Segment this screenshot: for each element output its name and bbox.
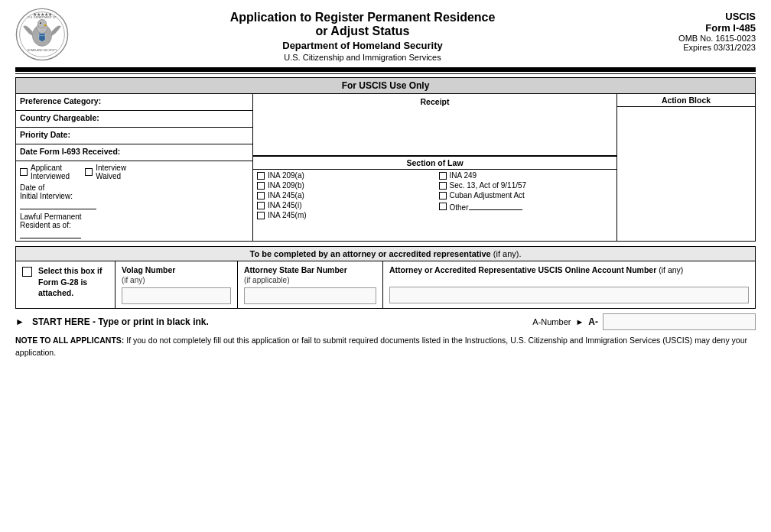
ina249-checkbox[interactable] [439, 172, 447, 180]
ina209b-checkbox[interactable] [257, 182, 265, 190]
uscis-right-col: Action Block [617, 94, 755, 241]
ina245a-label: INA 245(a) [268, 191, 304, 200]
section-of-law: Section of Law INA 209(a) INA 209(b) [253, 156, 616, 222]
applicant-interviewed-checkbox[interactable] [20, 168, 28, 176]
uscis-label: USCIS [649, 11, 756, 22]
uscis-section-header: For USCIS Use Only [16, 78, 755, 94]
sol-header: Section of Law [253, 157, 616, 170]
agency-name: U.S. Citizenship and Immigration Service… [76, 53, 649, 62]
sol-item-ina245m: INA 245(m) [257, 211, 431, 219]
initial-interview-field[interactable] [20, 200, 96, 209]
note-bold: NOTE TO ALL APPLICANTS: [15, 336, 124, 345]
start-here-text: START HERE - Type or print in black ink. [32, 316, 209, 327]
attorney-col-checkbox: Select this box if Form G-28 is attached… [16, 261, 115, 308]
applicant-interviewed-label: ApplicantInterviewed [31, 164, 70, 180]
form-g28-checkbox[interactable] [22, 267, 32, 277]
ina245i-checkbox[interactable] [257, 202, 265, 209]
ina249-label: INA 249 [450, 171, 477, 180]
a-number-label: A-Number [532, 317, 571, 326]
account-label: Attorney or Accredited Representative US… [389, 265, 749, 274]
sol-item-cuban: Cuban Adjustment Act [439, 191, 613, 200]
start-arrow-icon: ► [15, 316, 24, 327]
sol-item-ina245a: INA 245(a) [257, 191, 431, 200]
svg-point-6 [37, 19, 46, 28]
ina245i-label: INA 245(i) [268, 201, 301, 209]
sol-left-col: INA 209(a) INA 209(b) INA 245(a) IN [257, 171, 431, 221]
uscis-mid-col: Receipt Section of Law INA 209(a) INA 20… [253, 94, 617, 241]
uscis-use-only-section: For USCIS Use Only Preference Category: … [15, 77, 756, 242]
department-name: Department of Homeland Security [76, 40, 649, 51]
volag-input[interactable] [122, 287, 231, 304]
ina245a-checkbox[interactable] [257, 192, 265, 200]
uscis-body: Preference Category: Country Chargeable:… [16, 94, 755, 241]
page-header: U.S. DEPARTMENT OF HOMELAND SECURITY ★★★… [15, 8, 756, 63]
ina245m-label: INA 245(m) [268, 211, 307, 219]
a-number-arrow-icon: ► [575, 317, 584, 326]
bar-label: Attorney State Bar Number [244, 265, 376, 274]
interview-waived-label: InterviewWaived [96, 164, 126, 180]
cuban-label: Cuban Adjustment Act [450, 191, 525, 200]
ina209a-checkbox[interactable] [257, 172, 265, 180]
bar-sublabel: (if applicable) [244, 276, 376, 284]
lpr-field[interactable] [20, 229, 81, 238]
attorney-body: Select this box if Form G-28 is attached… [16, 261, 755, 308]
date-form-row: Date Form I-693 Received: [16, 144, 252, 161]
svg-text:★★★★★: ★★★★★ [33, 12, 52, 17]
header-thick-divider [15, 67, 756, 72]
interview-waived-checkbox[interactable] [85, 168, 93, 176]
initial-interview-date: Date ofInitial Interview: [20, 183, 249, 209]
note-row: NOTE TO ALL APPLICANTS: If you do not co… [15, 335, 756, 359]
lpr-label: Lawful PermanentResident as of: [20, 212, 249, 238]
volag-label: Volag Number [122, 265, 231, 274]
sol-columns: INA 209(a) INA 209(b) INA 245(a) IN [253, 170, 616, 222]
other-checkbox[interactable] [439, 203, 447, 210]
form-g28-label: Select this box if Form G-28 is attached… [38, 265, 109, 299]
account-input[interactable] [389, 287, 749, 303]
other-label: Other [450, 201, 522, 212]
lpr-date: Lawful PermanentResident as of: [20, 212, 249, 238]
sol-item-sec13: Sec. 13, Act of 9/11/57 [439, 181, 613, 190]
sol-item-ina249: INA 249 [439, 171, 613, 180]
action-block-header: Action Block [617, 94, 755, 107]
sec13-label: Sec. 13, Act of 9/11/57 [450, 181, 527, 190]
header-thin-divider [15, 73, 756, 74]
priority-date-row: Priority Date: [16, 128, 252, 144]
form-id-block: USCIS Form I-485 OMB No. 1615-0023 Expir… [649, 8, 756, 52]
dhs-seal-icon: U.S. DEPARTMENT OF HOMELAND SECURITY ★★★… [15, 8, 69, 61]
form-title-block: Application to Register Permanent Reside… [76, 8, 649, 62]
ina245m-checkbox[interactable] [257, 212, 265, 219]
ina209b-label: INA 209(b) [268, 181, 304, 190]
sol-item-ina245i: INA 245(i) [257, 201, 431, 209]
ina209a-label: INA 209(a) [268, 171, 304, 180]
interview-row: ApplicantInterviewed InterviewWaived Dat… [16, 161, 252, 241]
start-here-row: ► START HERE - Type or print in black in… [15, 313, 756, 330]
sol-item-ina209a: INA 209(a) [257, 171, 431, 180]
sec13-checkbox[interactable] [439, 182, 447, 190]
svg-text:HOMELAND SECURITY: HOMELAND SECURITY [28, 49, 57, 52]
form-number: Form I-485 [649, 22, 756, 34]
applicant-interviewed-item: ApplicantInterviewed [20, 164, 70, 180]
note-text: If you do not completely fill out this a… [15, 336, 747, 357]
a-number-input[interactable] [603, 313, 756, 330]
form-or-line: or Adjust Status [76, 24, 649, 38]
expiry-date: Expires 03/31/2023 [649, 43, 756, 52]
form-main-title: Application to Register Permanent Reside… [76, 11, 649, 24]
receipt-area: Receipt [253, 94, 616, 156]
sol-item-other: Other [439, 201, 613, 212]
bar-input[interactable] [244, 287, 376, 304]
agency-logo: U.S. DEPARTMENT OF HOMELAND SECURITY ★★★… [15, 8, 76, 63]
attorney-section: To be completed by an attorney or accred… [15, 246, 756, 309]
attorney-header-text: To be completed by an attorney or accred… [250, 249, 522, 258]
interview-waived-item: InterviewWaived [85, 164, 126, 180]
country-chargeable-row: Country Chargeable: [16, 111, 252, 128]
attorney-col-account: Attorney or Accredited Representative US… [383, 261, 755, 308]
other-field[interactable] [469, 201, 522, 210]
omb-number: OMB No. 1615-0023 [649, 34, 756, 43]
svg-text:U.S. DEPARTMENT OF: U.S. DEPARTMENT OF [28, 16, 56, 19]
interview-checkboxes: ApplicantInterviewed InterviewWaived [20, 164, 249, 180]
initial-interview-label: Date ofInitial Interview: [20, 183, 249, 209]
sol-item-ina209b: INA 209(b) [257, 181, 431, 190]
cuban-checkbox[interactable] [439, 192, 447, 200]
attorney-section-header: To be completed by an attorney or accred… [16, 247, 755, 261]
action-block-area [617, 107, 755, 199]
